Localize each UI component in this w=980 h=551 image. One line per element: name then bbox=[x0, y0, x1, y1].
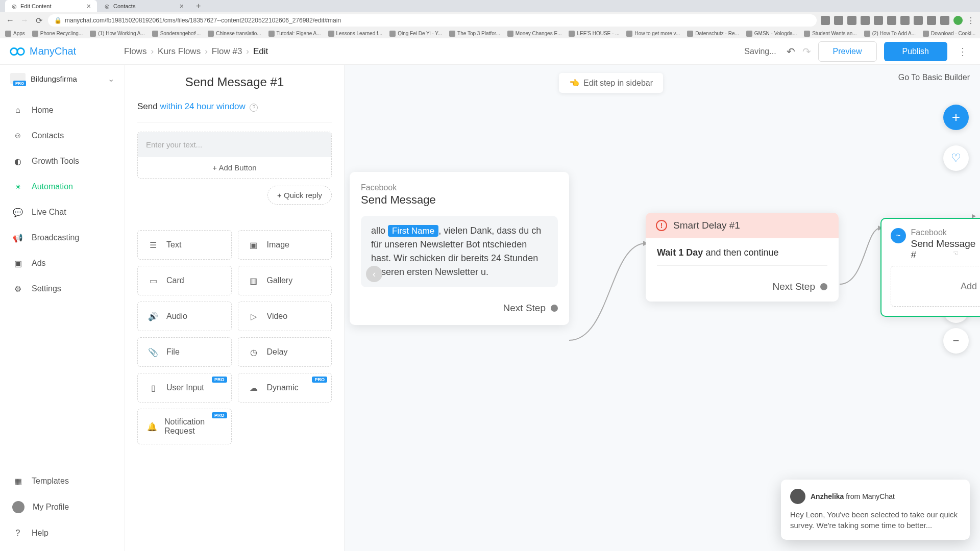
favorite-fab[interactable]: ♡ bbox=[943, 145, 969, 171]
content-type-gallery[interactable]: ▥Gallery bbox=[238, 266, 332, 295]
bookmark-item[interactable]: Qing Fei De Yi - Y... bbox=[389, 31, 442, 37]
connector-dot[interactable] bbox=[551, 305, 558, 312]
sidebar-item-ads[interactable]: ▣Ads bbox=[0, 251, 125, 276]
sidebar-item-profile[interactable]: My Profile bbox=[0, 494, 125, 520]
extension-icon[interactable] bbox=[900, 16, 910, 25]
add-step-fab[interactable]: + bbox=[943, 105, 969, 130]
bookmark-item[interactable]: Money Changes E... bbox=[507, 31, 562, 37]
bookmark-item[interactable]: Student Wants an... bbox=[804, 31, 856, 37]
content-type-notification[interactable]: 🔔Notification RequestPRO bbox=[137, 409, 232, 444]
extension-icon[interactable] bbox=[821, 16, 830, 25]
extension-icon[interactable] bbox=[914, 16, 923, 25]
sidebar-item-growth[interactable]: ◐Growth Tools bbox=[0, 148, 125, 174]
sidebar-item-help[interactable]: ?Help bbox=[0, 520, 125, 546]
edit-in-sidebar-button[interactable]: 👈Edit step in sidebar bbox=[559, 73, 663, 93]
extension-icon[interactable] bbox=[940, 16, 949, 25]
content-type-file[interactable]: 📎File bbox=[137, 337, 232, 367]
publish-button[interactable]: Publish bbox=[884, 42, 947, 61]
browser-tab[interactable]: ◎Contacts × bbox=[98, 0, 190, 12]
bookmark-item[interactable]: Sonderangebot!... bbox=[152, 31, 201, 37]
bookmark-item[interactable]: (2) How To Add A... bbox=[864, 31, 916, 37]
bookmark-item[interactable]: GMSN - Vologda... bbox=[746, 31, 797, 37]
address-bar[interactable]: 🔒manychat.com/fb198150208192061/cms/file… bbox=[48, 14, 817, 27]
breadcrumb-item[interactable]: Flows bbox=[124, 46, 146, 57]
content-type-image[interactable]: ▣Image bbox=[238, 230, 332, 260]
next-step-port[interactable]: Next Step bbox=[657, 281, 827, 292]
gallery-icon: ▥ bbox=[248, 274, 260, 287]
bookmark-item[interactable]: How to get more v... bbox=[626, 31, 680, 37]
bookmark-item[interactable]: Chinese translatio... bbox=[208, 31, 261, 37]
reload-button[interactable]: ⟳ bbox=[34, 15, 44, 26]
bookmark-item[interactable]: Apps bbox=[5, 31, 25, 37]
star-icon[interactable] bbox=[874, 16, 883, 25]
content-type-delay[interactable]: ◷Delay bbox=[238, 337, 332, 367]
bookmark-item[interactable]: Phone Recycling... bbox=[32, 31, 83, 37]
extension-icon[interactable] bbox=[887, 16, 896, 25]
next-step-port[interactable]: Next Step bbox=[361, 303, 558, 314]
chevron-right-icon: › bbox=[246, 46, 249, 57]
close-icon[interactable]: × bbox=[87, 2, 91, 10]
quick-reply-button[interactable]: + Quick reply bbox=[267, 186, 332, 205]
pro-badge: PRO bbox=[212, 377, 227, 383]
sidebar-item-broadcasting[interactable]: 📢Broadcasting bbox=[0, 225, 125, 251]
sidebar-item-livechat[interactable]: 💬Live Chat bbox=[0, 199, 125, 225]
chrome-menu-icon[interactable]: ⋮ bbox=[967, 16, 975, 26]
sidebar-item-settings[interactable]: ⚙Settings bbox=[0, 276, 125, 302]
browser-tab[interactable]: ◎Edit Content × bbox=[5, 0, 97, 12]
connector-dot[interactable] bbox=[820, 283, 827, 290]
sidebar-item-contacts[interactable]: ☺Contacts bbox=[0, 123, 125, 148]
broadcast-icon: 📢 bbox=[12, 232, 23, 243]
content-type-card[interactable]: ▭Card bbox=[137, 266, 232, 295]
app-logo[interactable]: ManyChat bbox=[9, 43, 124, 60]
undo-button[interactable]: ↶ bbox=[787, 45, 795, 58]
flow-canvas[interactable]: 👈Edit step in sidebar Go To Basic Builde… bbox=[345, 65, 980, 551]
sidebar-item-templates[interactable]: ▦Templates bbox=[0, 468, 125, 494]
basic-builder-link[interactable]: Go To Basic Builder bbox=[898, 73, 970, 82]
flow-node-smart-delay[interactable]: Smart Delay #1 Wait 1 Day and then conti… bbox=[646, 213, 839, 302]
close-icon[interactable]: × bbox=[180, 2, 184, 10]
add-button-button[interactable]: + Add Button bbox=[138, 157, 331, 178]
content-type-userinput[interactable]: ▯User InputPRO bbox=[137, 373, 232, 403]
content-type-audio[interactable]: 🔊Audio bbox=[137, 302, 232, 331]
info-icon[interactable]: ? bbox=[250, 104, 258, 112]
editor-title[interactable]: Send Message #1 bbox=[137, 75, 332, 89]
bookmark-item[interactable]: Datenschutz - Re... bbox=[687, 31, 739, 37]
org-selector[interactable]: PRO Bildungsfirma ⌄ bbox=[0, 65, 125, 92]
support-chat-widget[interactable]: Anzhelika from ManyChat Hey Leon, You've… bbox=[781, 480, 970, 540]
send-window-link[interactable]: within 24 hour window bbox=[160, 102, 245, 111]
message-text-block[interactable]: Enter your text... + Add Button bbox=[137, 132, 332, 179]
text-input[interactable]: Enter your text... bbox=[138, 132, 331, 157]
sidebar-item-home[interactable]: ⌂Home bbox=[0, 97, 125, 123]
zoom-out-fab[interactable]: − bbox=[943, 328, 969, 354]
extension-icon[interactable] bbox=[861, 16, 870, 25]
new-tab-button[interactable]: + bbox=[191, 2, 206, 11]
flow-node-send-message-2[interactable]: ~ Facebook Send Message # Add bbox=[880, 218, 980, 317]
tab-title: Edit Content bbox=[20, 3, 52, 9]
bookmark-item[interactable]: Lessons Learned f... bbox=[328, 31, 383, 37]
forward-button[interactable]: → bbox=[19, 15, 30, 26]
extension-icon[interactable] bbox=[847, 16, 856, 25]
extension-icon[interactable] bbox=[834, 16, 843, 25]
bookmark-item[interactable]: Download - Cooki... bbox=[923, 31, 975, 37]
prev-arrow-icon[interactable]: ‹ bbox=[366, 266, 382, 282]
bookmark-item[interactable]: (1) How Working A... bbox=[90, 31, 145, 37]
preview-button[interactable]: Preview bbox=[818, 41, 877, 62]
more-menu-icon[interactable]: ⋮ bbox=[954, 45, 971, 58]
content-type-dynamic[interactable]: ☁DynamicPRO bbox=[238, 373, 332, 403]
content-type-text[interactable]: ☰Text bbox=[137, 230, 232, 260]
content-type-video[interactable]: ▷Video bbox=[238, 302, 332, 331]
bookmark-item[interactable]: The Top 3 Platfor... bbox=[449, 31, 500, 37]
breadcrumb-item[interactable]: Kurs Flows bbox=[158, 46, 201, 57]
nav-label: Templates bbox=[32, 477, 69, 486]
breadcrumb: Flows › Kurs Flows › Flow #3 › Edit bbox=[124, 46, 268, 57]
back-button[interactable]: ← bbox=[5, 15, 15, 26]
sidebar-item-automation[interactable]: ✴Automation bbox=[0, 174, 125, 199]
bookmark-item[interactable]: LEE'S HOUSE - ... bbox=[569, 31, 619, 37]
extension-icon[interactable] bbox=[927, 16, 936, 25]
flow-node-send-message[interactable]: Facebook Send Message allo First Name, v… bbox=[350, 172, 569, 325]
add-content-placeholder[interactable]: Add bbox=[891, 266, 980, 307]
bookmark-item[interactable]: Tutorial: Eigene A... bbox=[268, 31, 321, 37]
breadcrumb-item: Edit bbox=[253, 46, 268, 57]
profile-avatar[interactable] bbox=[953, 16, 963, 25]
breadcrumb-item[interactable]: Flow #3 bbox=[212, 46, 242, 57]
